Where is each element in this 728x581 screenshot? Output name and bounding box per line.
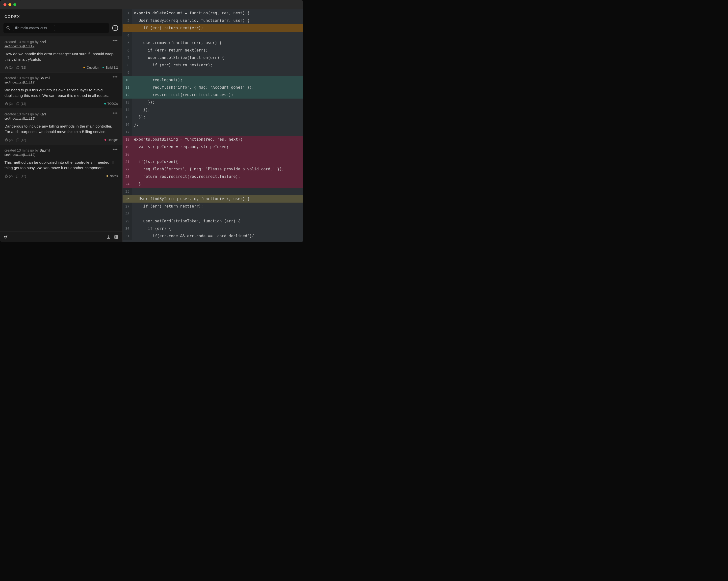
code-line[interactable]: 17 (123, 128, 303, 136)
add-thread-button[interactable] (111, 24, 119, 32)
comment-count: (12) (21, 102, 26, 105)
code-line[interactable]: 4 (123, 32, 303, 39)
sidebar-header: CODEX (0, 9, 122, 21)
tag-todos[interactable]: TODOs (104, 102, 118, 105)
like-count: (2) (9, 102, 12, 105)
thread-more-button[interactable]: ••• (112, 112, 118, 115)
thread-author: Karl (40, 40, 46, 44)
maximize-window-button[interactable] (14, 3, 16, 6)
close-window-button[interactable] (3, 3, 6, 6)
code-line[interactable]: 12 res.redirect(req.redirect.success); (123, 91, 303, 99)
line-number: 13 (123, 99, 132, 106)
minimize-window-button[interactable] (8, 3, 11, 6)
code-line[interactable]: 24 } (123, 180, 303, 188)
comment-button[interactable]: (12) (16, 66, 26, 69)
thread-file-link[interactable]: src/index.ts#[L1:L12] (4, 44, 35, 48)
like-button[interactable]: (2) (4, 66, 12, 69)
comment-button[interactable]: (12) (16, 138, 26, 142)
thread-item[interactable]: created 13 mins go by Karl src/index.ts#… (0, 36, 122, 73)
code-line[interactable]: 25 (123, 188, 303, 195)
code-line[interactable]: 22 req.flash('errors', { msg: 'Please pr… (123, 166, 303, 173)
code-line[interactable]: 23 return res.redirect(req.redirect.fail… (123, 173, 303, 180)
thread-more-button[interactable]: ••• (112, 148, 118, 151)
thread-item[interactable]: created 13 mins go by Saumil src/index.t… (0, 73, 122, 109)
code-line[interactable]: 27 if (err) return next(err); (123, 203, 303, 210)
code-line[interactable]: 2 User.findById(req.user.id, function(er… (123, 17, 303, 24)
line-content: if (err) return next(err); (132, 47, 303, 54)
like-button[interactable]: (2) (4, 174, 12, 178)
thread-item[interactable]: created 13 mins go by Saumil src/index.t… (0, 145, 122, 181)
code-line[interactable]: 30 if (err) { (123, 225, 303, 232)
plus-circle-icon (112, 25, 119, 31)
code-line[interactable]: 20 (123, 151, 303, 158)
thread-file-link[interactable]: src/index.ts#[L1:L12] (4, 117, 35, 120)
code-editor[interactable]: 1exports.deleteAccount = function(req, r… (123, 9, 303, 242)
comment-count: (12) (21, 138, 26, 142)
thread-body: This method can be duplicated into other… (4, 160, 118, 171)
tag-build-1-2[interactable]: Build 1.2 (103, 66, 118, 69)
line-number: 16 (123, 121, 132, 128)
line-content: return res.redirect(req.redirect.failure… (132, 173, 303, 180)
thread-more-button[interactable]: ••• (112, 40, 118, 42)
code-line[interactable]: 19 var stripeToken = req.body.stripeToke… (123, 143, 303, 151)
code-line[interactable]: 11 req.flash('info', { msg: 'Account gon… (123, 84, 303, 91)
tag-danger[interactable]: Danger (104, 138, 118, 142)
thread-tags: Notes (106, 174, 118, 178)
code-line[interactable]: 28 (123, 210, 303, 218)
line-number: 21 (123, 158, 132, 166)
thread-file-link[interactable]: src/index.ts#[L1:L12] (4, 80, 35, 84)
tag-notes[interactable]: Notes (106, 174, 118, 178)
code-line[interactable]: 14 }); (123, 106, 303, 113)
tag-label: Question (87, 66, 99, 69)
search-input[interactable] (13, 25, 55, 31)
thread-file-link[interactable]: src/index.ts#[L1:L12] (4, 153, 35, 156)
code-line[interactable]: 10 req.logout(); (123, 76, 303, 84)
line-content: if (err) return next(err); (132, 61, 303, 69)
comment-button[interactable]: (12) (16, 174, 26, 178)
thumbs-up-icon (4, 174, 8, 178)
thread-tags: Danger (104, 138, 118, 142)
download-icon[interactable] (106, 235, 111, 239)
code-line[interactable]: 15 }); (123, 113, 303, 121)
thread-more-button[interactable]: ••• (112, 76, 118, 78)
code-line[interactable]: 29 user.setCard(stripeToken, function (e… (123, 218, 303, 225)
tag-question[interactable]: Question (83, 66, 99, 69)
gear-icon[interactable] (114, 235, 119, 239)
line-number: 6 (123, 47, 132, 54)
code-line[interactable]: 7 user.cancelStripe(function(err) { (123, 54, 303, 61)
code-line[interactable]: 6 if (err) return next(err); (123, 47, 303, 54)
code-line[interactable]: 1exports.deleteAccount = function(req, r… (123, 9, 303, 17)
line-number: 12 (123, 91, 132, 99)
code-line[interactable]: 13 }); (123, 99, 303, 106)
search-box[interactable] (3, 23, 109, 33)
thread-item[interactable]: created 13 mins go by Karl src/index.ts#… (0, 109, 122, 145)
tag-label: Notes (110, 174, 118, 178)
line-content (132, 69, 303, 76)
comment-button[interactable]: (12) (16, 102, 26, 105)
line-content (132, 151, 303, 158)
line-number: 10 (123, 76, 132, 84)
code-line[interactable]: 21 if(!stripeToken){ (123, 158, 303, 166)
thumbs-up-icon (4, 138, 8, 142)
line-content: exports.deleteAccount = function(req, re… (132, 9, 303, 17)
thread-reactions: (2) (12) (4, 138, 26, 142)
thread-list[interactable]: created 13 mins go by Karl src/index.ts#… (0, 36, 122, 231)
thread-reactions: (2) (12) (4, 174, 26, 178)
code-line[interactable]: 16}; (123, 121, 303, 128)
line-number: 18 (123, 136, 132, 143)
brand-logo: CODEX (4, 15, 118, 19)
like-button[interactable]: (2) (4, 138, 12, 142)
thread-meta: created 13 mins go by Karl (4, 112, 46, 116)
line-number: 7 (123, 54, 132, 61)
code-line[interactable]: 18exports.postBilling = function(req, re… (123, 136, 303, 143)
line-number: 28 (123, 210, 132, 218)
code-line[interactable]: 3 if (err) return next(err); (123, 24, 303, 32)
line-content: req.logout(); (132, 76, 303, 84)
code-line[interactable]: 26 User.findById(req.user.id, function(e… (123, 195, 303, 203)
code-line[interactable]: 9 (123, 69, 303, 76)
code-line[interactable]: 8 if (err) return next(err); (123, 61, 303, 69)
code-line[interactable]: 5 user.remove(function (err, user) { (123, 39, 303, 47)
code-line[interactable]: 31 if(err.code && err.code == 'card_decl… (123, 232, 303, 240)
thread-author: Saumil (40, 148, 50, 152)
like-button[interactable]: (2) (4, 102, 12, 105)
